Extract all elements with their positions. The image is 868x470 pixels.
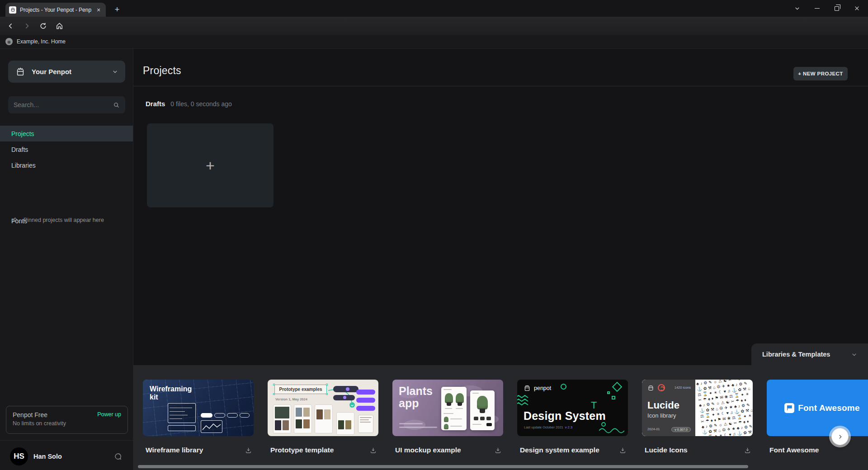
thumb-title: Wireframing kit: [150, 385, 199, 401]
home-button[interactable]: [52, 19, 66, 33]
libraries-templates-header[interactable]: Libraries & Templates: [751, 343, 868, 365]
plus-icon: +: [206, 158, 215, 173]
power-up-link[interactable]: Power up: [97, 411, 121, 418]
thumb-title: Font Awesome: [798, 403, 859, 413]
drafts-meta: 0 files, 0 seconds ago: [170, 100, 231, 108]
lucide-thumbnail[interactable]: ✂☂♠♦⚑✉❀⚖⌛✦☀ ♣♪⚙✎☼⚠☯✂☂♠♦ ⚓✿⚒⌂☮✈★♣♪⚙✎ ⚖⌛✦☀…: [642, 380, 753, 436]
card-label: Design system example: [520, 446, 619, 454]
penpot-logo-icon: [15, 67, 25, 77]
horizontal-scrollbar[interactable]: [138, 465, 748, 468]
drafts-heading[interactable]: Drafts: [146, 100, 165, 108]
thumb-title: Prototype examples: [274, 385, 327, 394]
bookmark-item[interactable]: Example, Inc. Home: [17, 38, 66, 45]
card-label: UI mockup example: [395, 446, 495, 454]
sidebar-item-projects[interactable]: Projects: [0, 126, 133, 141]
carousel-next-button[interactable]: [831, 428, 849, 445]
plan-subtitle: No limits on creativity: [13, 420, 121, 427]
sidebar-item-libraries[interactable]: Libraries: [0, 157, 133, 173]
download-icon[interactable]: [495, 447, 501, 454]
thumb-version: Version 1, May 2024: [275, 397, 307, 401]
card-label: Wireframe library: [146, 446, 245, 454]
restore-button[interactable]: [829, 2, 844, 15]
user-name: Han Solo: [33, 453, 108, 460]
thumb-date: 2024-01: [647, 427, 660, 431]
new-tab-button[interactable]: +: [111, 4, 123, 15]
template-card-wireframe[interactable]: Wireframing kit: [143, 380, 254, 454]
thumb-title: Design System: [524, 409, 606, 423]
new-project-button[interactable]: + NEW PROJECT: [793, 67, 848, 80]
tab-strip: Projects - Your Penpot - Penpot ✕ +: [0, 0, 868, 17]
pin-icon: [11, 217, 18, 223]
download-icon[interactable]: [245, 447, 252, 454]
thumb-count: 1420 icons: [675, 385, 691, 390]
back-button[interactable]: [4, 19, 17, 33]
wireframe-thumbnail[interactable]: Wireframing kit: [143, 380, 254, 436]
thumb-version: v 2.3: [565, 425, 572, 429]
window-controls: [789, 0, 864, 17]
lucide-logo-icon: [658, 384, 665, 391]
sidebar-divider: [0, 440, 133, 441]
tab-close-icon[interactable]: ✕: [95, 6, 102, 14]
card-label: Lucide Icons: [645, 446, 744, 454]
card-label: Font Awesome: [769, 446, 868, 454]
sidebar: Your Penpot Projects Drafts Libraries Fo…: [0, 49, 133, 470]
browser-window: Projects - Your Penpot - Penpot ✕ +: [0, 0, 868, 470]
download-icon[interactable]: [370, 447, 377, 454]
thumb-title: Plants app: [399, 385, 439, 409]
chevron-down-icon: [112, 69, 118, 75]
avatar[interactable]: HS: [10, 447, 28, 465]
thumb-title: Lucide: [647, 400, 679, 411]
browser-tab[interactable]: Projects - Your Penpot - Penpot ✕: [5, 3, 106, 17]
main-content: Projects + NEW PROJECT Drafts 0 files, 0…: [133, 49, 868, 470]
reload-button[interactable]: [36, 19, 50, 33]
bookmarks-bar: ◉ Example, Inc. Home: [0, 35, 868, 49]
lucide-icon-grid: ✂☂♠♦⚑✉❀⚖⌛✦☀ ♣♪⚙✎☼⚠☯✂☂♠♦ ⚓✿⚒⌂☮✈★♣♪⚙✎ ⚖⌛✦☀…: [695, 380, 753, 436]
forward-button[interactable]: [20, 19, 33, 33]
template-card-prototype[interactable]: Prototype examples Version 1, May 2024: [268, 380, 378, 454]
font-awesome-thumbnail[interactable]: Font Awesome: [767, 380, 868, 436]
template-card-font-awesome[interactable]: Font Awesome Font Awesome: [767, 380, 868, 454]
search-input[interactable]: [14, 101, 113, 108]
font-awesome-flag-icon: [784, 403, 794, 413]
browser-toolbar: penpot.example.com/#/dashboard/recent?te…: [0, 17, 868, 35]
download-icon[interactable]: [744, 447, 751, 454]
penpot-favicon-icon: [9, 6, 16, 14]
minimize-button[interactable]: [809, 2, 825, 15]
collapse-chevron-icon[interactable]: [851, 352, 857, 357]
thumb-brand: penpot: [534, 385, 551, 391]
thumb-subtitle: Icon library: [647, 412, 676, 419]
card-label: Prototype template: [270, 446, 370, 454]
bookmark-favicon-icon: ◉: [5, 38, 13, 45]
pinned-hint-label: Pinned projects will appear here: [24, 217, 104, 223]
team-selector[interactable]: Your Penpot: [8, 61, 125, 83]
close-button[interactable]: [849, 2, 864, 15]
create-file-card[interactable]: +: [147, 123, 274, 207]
thumb-meta: Last update October 2021: [524, 425, 563, 429]
sidebar-nav: Projects Drafts Libraries Fonts: [0, 126, 133, 173]
plan-box: Penpot Free Power up No limits on creati…: [6, 406, 128, 434]
download-icon[interactable]: [619, 447, 626, 454]
header-divider: [133, 86, 868, 86]
search-icon[interactable]: [113, 102, 120, 108]
sidebar-item-drafts[interactable]: Drafts: [0, 141, 133, 157]
tab-title: Projects - Your Penpot - Penpot: [20, 7, 91, 13]
search-box: [8, 96, 125, 113]
drafts-section-header: Drafts 0 files, 0 seconds ago: [146, 100, 232, 108]
pinned-projects-hint: Pinned projects will appear here: [11, 217, 104, 223]
feedback-bubble-icon[interactable]: [114, 452, 122, 461]
user-menu[interactable]: HS Han Solo: [0, 443, 133, 470]
template-card-design-system[interactable]: penpot T: [517, 380, 628, 454]
page-title: Projects: [143, 65, 181, 77]
plants-thumbnail[interactable]: Plants app: [392, 380, 503, 436]
libraries-templates-title: Libraries & Templates: [762, 351, 851, 358]
design-system-thumbnail[interactable]: penpot T: [517, 380, 628, 436]
template-card-lucide[interactable]: ✂☂♠♦⚑✉❀⚖⌛✦☀ ♣♪⚙✎☼⚠☯✂☂♠♦ ⚓✿⚒⌂☮✈★♣♪⚙✎ ⚖⌛✦☀…: [642, 380, 753, 454]
prototype-thumbnail[interactable]: Prototype examples Version 1, May 2024: [268, 380, 378, 436]
templates-carousel: Wireframing kit: [133, 365, 868, 470]
tab-search-icon[interactable]: [789, 2, 805, 15]
thumb-version: v 0.307.0: [671, 427, 691, 432]
template-card-ui-mockup[interactable]: Plants app: [392, 380, 503, 454]
team-name: Your Penpot: [32, 68, 106, 75]
